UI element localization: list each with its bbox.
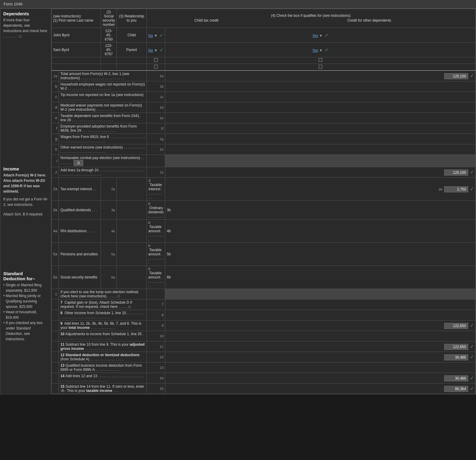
line-6a-letter: 6a [52,266,59,289]
line-6c-desc: If you elect to use the lump-sum electio… [59,289,147,299]
income-line-1z: z Add lines 1a through 1h . . . . . . . … [52,167,476,178]
dep-otherdep-dropdown-1[interactable]: Yes [312,34,318,38]
line-5b-desc: b Taxable amount . . . . . . . . . . [147,243,165,266]
line-8-letter [52,310,59,320]
lp-income-title: Income [3,166,48,171]
line-7-letter [52,299,59,310]
line-12-check: ✓ [470,354,474,359]
line-1d-value-cell [165,102,476,113]
line-1a-num: 1a [147,71,165,81]
line-1z-num: 1z [147,167,165,178]
line-3b-num-cell: 3b [165,201,476,220]
line-9-letter [52,320,59,331]
income-line-14: 14 Add lines 12 and 13 . . . . . . . . .… [52,373,476,383]
line-1a-letter: 1a [52,71,59,81]
dep-childtax-1[interactable]: No ▼ ✓ [147,28,165,43]
line-15-num: 15 [147,383,165,394]
dep-otherdep-3 [165,57,476,64]
line-1b-desc: Household employee wages not reported on… [59,81,147,92]
dep-otherdep-2[interactable]: Yes ▼ ✓ [165,43,476,57]
line-9-value-cell: 122,850 ✓ [165,320,476,331]
line-1g-value-cell [165,134,476,144]
right-panel: (see instructions): (1) First name Last … [51,9,476,394]
income-line-1a: 1a Total amount from Form(s) W-2, box 1 … [52,71,476,81]
lp-dependents-title: Dependents [3,11,48,16]
line-1e-letter: e [52,113,59,123]
line-6a-value [117,266,147,289]
dep-childtax-dropdown-1[interactable]: No [148,34,153,38]
line-1f-letter: f [52,123,59,134]
dep-rel-2: Parent [117,43,147,57]
line-12-desc: 12 Standard deduction or itemized deduct… [59,352,147,362]
income-line-4: 4a IRA distributions . . . . 4a b Taxabl… [52,220,476,243]
dep-childtax-dropdown-2[interactable]: No [148,48,153,53]
dep-rel-1: Child [117,28,147,43]
line-3b-num: 3b [167,208,171,212]
dep-otherdep-1[interactable]: Yes ▼ ✓ [165,28,476,43]
dep-col2-header: (2) Social security number [101,9,117,28]
dep-rel-3 [117,57,147,64]
line-2a-letter: 2a [52,178,59,201]
line-6a-desc: Social security benefits [59,266,101,289]
dep-name-2: Sam Byrd [52,43,101,57]
left-panel: Dependents If more than four dependents,… [0,9,51,394]
dep-ssn-4 [101,64,117,71]
dep-otherdep-dropdown-2[interactable]: Yes [312,48,318,53]
line-4b-desc: b Taxable amount . . . . . . . . . . [147,220,165,243]
sd-item-checked: If you checked any box under Standard De… [3,320,48,342]
sd-item-hoh: Head of household, $19,400 [3,309,48,320]
line-1d-desc: Medicaid waiver payments not reported on… [59,102,147,113]
income-line-1g: g Wages from Form 8919, line 6 . . . . .… [52,134,476,144]
line-12-value-cell: 36,486 ✓ [165,352,476,362]
line-13-desc: 13 Qualified business income deduction f… [59,362,147,373]
line-4b-num-cell: 4b [165,220,476,243]
lp-dependents: Dependents If more than four dependents,… [3,11,48,39]
line-2a-value [117,178,147,201]
dep-otherdep-4 [165,64,476,71]
income-line-1i: i Nontaxable combat pay election (see in… [52,155,476,167]
dep-row-3 [52,57,476,64]
line-2b-desc: b Taxable interest . . . . . . . . . . [147,178,165,201]
line-3a-letter: 3a [52,201,59,220]
line-8-num: 8 [147,310,165,320]
dep-otherdep-check-2: ✓ [325,47,329,53]
line-5a-desc: Pensions and annuities [59,243,101,266]
income-line-8: 8 Other income from Schedule 1, line 10 … [52,310,476,320]
line-4a-desc: IRA distributions . . . . [59,220,101,243]
line-3a-num: 3a [101,201,117,220]
dep-otherdep-box-3[interactable] [319,58,322,62]
dep-childtax-4 [147,64,165,71]
line-1a-value: 120,100 [444,73,468,79]
line-12-num: 12 [147,352,165,362]
dep-childtax-box-4[interactable] [154,65,158,68]
dep-row-1: John Byrd 123-45-6780 Child No ▼ ✓ Yes ▼… [52,28,476,43]
income-line-15: 15 Subtract line 14 from line 11. If zer… [52,383,476,394]
line-1d-num: 1d [147,102,165,113]
dep-childtax-2[interactable]: No ▼ ✓ [147,43,165,57]
dep-col1-header: (see instructions): (1) First name Last … [52,9,101,28]
line-11-letter [52,341,59,352]
line-3b-desc: b Ordinary dividends . . . . . . . . [147,201,165,220]
line-1i-value-cell [165,155,476,167]
line-13-num: 13 [147,362,165,373]
dep-col4-sub: Child tax credit Credit for other depend… [148,18,474,23]
lp-sch-b-text: Attach Sch. B if required. [3,212,48,217]
dep-col4-header: (4) Check the box if qualifies for (see … [147,9,475,28]
income-line-13: 13 Qualified business income deduction f… [52,362,476,373]
line-1h-num: 1h [147,144,165,155]
line-1z-desc: Add lines 1a through 1h . . . . . . . . … [59,167,147,178]
line-14-letter [52,373,59,383]
income-line-1b: b Household employee wages not reported … [52,81,476,92]
income-line-1f: f Employer-provided adoption benefits fr… [52,123,476,134]
sd-item-single: Single or Married filing separately, $12… [3,282,48,293]
line-15-value: 86,364 [444,386,468,392]
line-1b-value-cell [165,81,476,92]
line-2a-num: 2a [101,178,117,201]
line-4a-num: 4a [101,220,117,243]
dep-childtax-box-3[interactable] [154,58,158,62]
line-10-value [165,331,476,341]
dep-otherdep-box-4[interactable] [319,65,322,68]
line-2a-desc: Tax-exempt interest . . [59,178,101,201]
line-10-desc: 10 Adjustments to income from Schedule 1… [59,331,147,341]
line-1i-box-label: 1i [74,160,83,166]
